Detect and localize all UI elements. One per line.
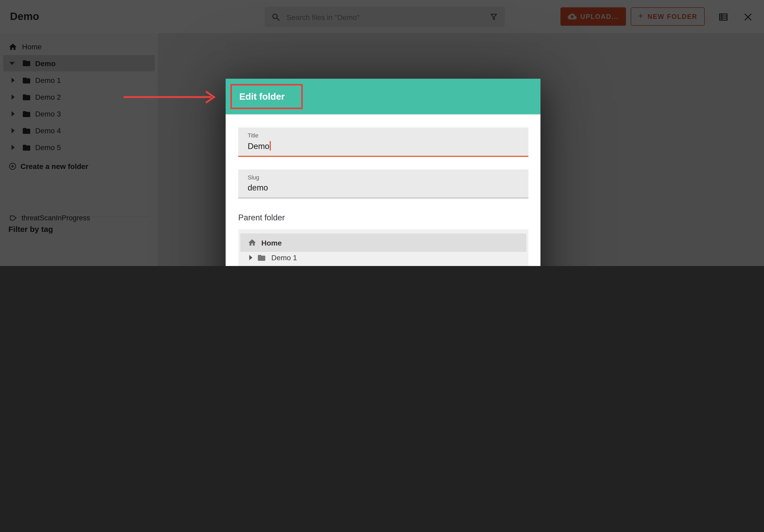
title-field-value: Demo <box>248 141 271 151</box>
tree-home-label: Home <box>261 239 282 247</box>
chevron-right-icon[interactable] <box>249 255 252 260</box>
folder-icon <box>257 253 266 262</box>
slug-field-label: Slug <box>248 174 259 180</box>
tree-item-demo-1[interactable]: Demo 1 <box>238 249 528 266</box>
text-cursor <box>270 141 271 151</box>
tree-item-label: Demo 1 <box>271 254 297 262</box>
home-icon <box>248 238 257 247</box>
title-field[interactable]: Title Demo <box>238 127 528 157</box>
parent-folder-tree: Home Demo 1 Demo 2 Demo 3 Demo 4 <box>238 229 528 266</box>
title-field-label: Title <box>248 132 259 138</box>
slug-field[interactable]: Slug demo <box>238 169 528 198</box>
slug-field-value: demo <box>248 183 268 193</box>
annotation-highlight-box <box>230 84 303 109</box>
dialog-header: Edit folder <box>226 79 540 114</box>
parent-folder-heading: Parent folder <box>238 213 285 223</box>
edit-folder-dialog: Edit folder Title Demo Slug demo Parent … <box>226 79 540 266</box>
app-root: Demo UPLOAD... + NEW FOLDER <box>0 0 764 266</box>
